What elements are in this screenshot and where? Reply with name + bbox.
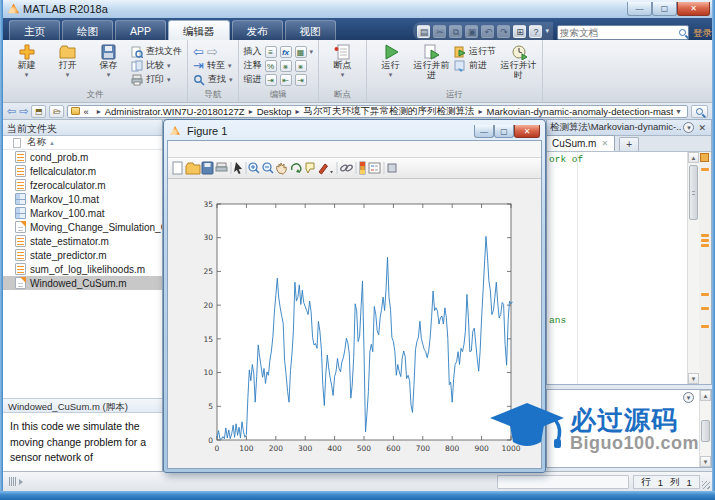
- file-row[interactable]: Moving_Change_Simulation_CuS: [3, 220, 162, 234]
- save-button[interactable]: 保存▾: [90, 43, 127, 79]
- print-button[interactable]: 打印▾: [131, 73, 182, 86]
- up-folder-icon[interactable]: ⬒: [31, 105, 46, 118]
- ribbon-tab[interactable]: 绘图: [62, 20, 113, 40]
- insert-image-icon[interactable]: ▦: [295, 46, 307, 58]
- tab-close-icon[interactable]: ✕: [601, 139, 608, 148]
- insert-function-icon[interactable]: fx: [280, 46, 292, 58]
- file-row[interactable]: fzerocalculator.m: [3, 178, 162, 192]
- run-section-button[interactable]: 运行节: [454, 45, 496, 58]
- editor-tab[interactable]: CuSum.m ✕: [546, 135, 615, 151]
- qat-caret-icon[interactable]: ▾: [545, 27, 549, 35]
- browse-folder-icon[interactable]: 🗁: [49, 105, 64, 118]
- goto-button[interactable]: ⇥ 转至▾: [193, 59, 233, 72]
- svg-text:0: 0: [215, 444, 220, 453]
- save-icon[interactable]: ▤: [417, 25, 430, 38]
- name-column-header[interactable]: 名称 ▲: [3, 136, 162, 150]
- desktop-layout-icon[interactable]: ⊞: [513, 25, 526, 38]
- file-row[interactable]: cond_prob.m: [3, 150, 162, 164]
- find-button[interactable]: 查找▾: [193, 73, 233, 86]
- ribbon-tab[interactable]: APP: [115, 20, 166, 40]
- back-arrow-icon[interactable]: ⇦: [193, 47, 204, 57]
- paste-icon[interactable]: ▣: [465, 25, 478, 38]
- indent-right-icon[interactable]: ⇥: [295, 74, 307, 86]
- open-button[interactable]: 打开▾: [49, 43, 86, 79]
- warning-marker[interactable]: [701, 244, 709, 247]
- forward-arrow-icon[interactable]: ⇨: [207, 47, 218, 57]
- ribbon-tab[interactable]: 发布: [232, 20, 283, 40]
- file-row[interactable]: Markov_100.mat: [3, 206, 162, 220]
- undo-icon[interactable]: ↶: [481, 25, 494, 38]
- search-icon[interactable]: [679, 29, 686, 36]
- indent-button[interactable]: 缩进 ⇥ ⇤ ⇥: [244, 73, 314, 86]
- comment-button[interactable]: 注释 % ⨳ ⨳: [244, 59, 314, 72]
- figure-minimize-button[interactable]: —: [474, 125, 494, 138]
- copy-icon[interactable]: ⧉: [449, 25, 462, 38]
- figure-toolbar-icons[interactable]: [171, 160, 401, 176]
- comment-icon[interactable]: %: [265, 60, 277, 72]
- find-files-button[interactable]: 查找文件: [131, 45, 182, 58]
- warning-marker[interactable]: [701, 239, 709, 242]
- file-row[interactable]: fellcalculator.m: [3, 164, 162, 178]
- figure-plot-area[interactable]: 0100200300400500600700800900100005101520…: [168, 179, 541, 468]
- cut-icon[interactable]: ✂: [433, 25, 446, 38]
- scroll-up-icon[interactable]: ▲: [688, 152, 699, 163]
- doc-search-box[interactable]: [557, 25, 689, 40]
- insert-section-icon[interactable]: ≡: [265, 46, 277, 58]
- file-row[interactable]: state_predictor.m: [3, 248, 162, 262]
- help-icon[interactable]: ?: [529, 25, 542, 38]
- breadcrumb-segment[interactable]: ▸Markovian-dynamic-anomaly-detection-mas…: [475, 105, 674, 118]
- figure-maximize-button[interactable]: ▢: [494, 125, 514, 138]
- panel-menu-icon[interactable]: ▼: [683, 122, 694, 133]
- maximize-button[interactable]: ▢: [652, 2, 677, 16]
- warning-marker[interactable]: [701, 307, 709, 310]
- warning-marker[interactable]: [701, 234, 709, 237]
- resize-grip-icon[interactable]: [702, 481, 710, 489]
- file-row[interactable]: sum_of_log_likelihoods.m: [3, 262, 162, 276]
- advance-button[interactable]: 前进: [454, 59, 496, 72]
- warning-marker[interactable]: [701, 293, 709, 296]
- warning-marker[interactable]: [701, 325, 709, 328]
- status-grip-icon[interactable]: [9, 477, 23, 486]
- panel-close-icon[interactable]: ✕: [696, 123, 708, 133]
- signin-link[interactable]: 登录: [693, 27, 712, 40]
- caret-down-icon[interactable]: ▾: [310, 48, 314, 56]
- insert-button[interactable]: 插入 ≡ fx ▦ ▾: [244, 45, 314, 58]
- ribbon-tab[interactable]: 主页: [9, 20, 60, 40]
- figure-close-button[interactable]: ✕: [514, 125, 540, 138]
- run-time-button[interactable]: 运行并计时: [500, 43, 537, 81]
- redo-icon[interactable]: ↷: [497, 25, 510, 38]
- breadcrumb-segment[interactable]: ▸Desktop: [245, 105, 292, 118]
- address-dropdown-icon[interactable]: ▼: [673, 108, 684, 115]
- run-button[interactable]: 运行▾: [372, 43, 409, 79]
- address-search-button[interactable]: [691, 105, 708, 118]
- editor-scrollbar[interactable]: ▲ ▼: [687, 152, 699, 384]
- figure-title-bar[interactable]: Figure 1 — ▢ ✕: [167, 122, 542, 140]
- uncomment-icon[interactable]: ⨳: [280, 60, 292, 72]
- new-tab-button[interactable]: +: [619, 137, 639, 151]
- analyzer-summary-icon[interactable]: [700, 153, 709, 162]
- run-advance-button[interactable]: 运行并前进: [413, 43, 450, 81]
- doc-search-input[interactable]: [560, 27, 679, 38]
- new-button[interactable]: 新建▾: [8, 43, 45, 79]
- minimize-button[interactable]: —: [627, 2, 652, 16]
- smart-indent-icon[interactable]: ⇥: [265, 74, 277, 86]
- compare-button[interactable]: 比较▾: [131, 59, 182, 72]
- warning-marker[interactable]: [701, 168, 709, 171]
- file-row[interactable]: Windowed_CuSum.m: [3, 276, 162, 290]
- breadcrumb-segment[interactable]: ▸Administrator.WIN7U-20180127Z: [93, 105, 245, 118]
- back-icon[interactable]: ⇦: [7, 105, 16, 118]
- breadcrumb[interactable]: « ▸Administrator.WIN7U-20180127Z▸Desktop…: [67, 105, 688, 118]
- scroll-down-icon[interactable]: ▼: [688, 373, 699, 384]
- scrollbar-thumb[interactable]: [689, 165, 698, 220]
- indent-left-icon[interactable]: ⇤: [280, 74, 292, 86]
- breadcrumb-segment[interactable]: ▸马尔可夫环境下异常检测的序列检测算法: [292, 105, 475, 118]
- wrap-comment-icon[interactable]: ⨳: [295, 60, 307, 72]
- file-row[interactable]: state_estimator.m: [3, 234, 162, 248]
- forward-icon[interactable]: ⇨: [19, 105, 28, 118]
- close-button[interactable]: ✕: [677, 2, 710, 16]
- file-row[interactable]: Markov_10.mat: [3, 192, 162, 206]
- editor-code-area[interactable]: ork of ans ▲ ▼: [547, 152, 711, 384]
- ribbon-tab[interactable]: 编辑器: [168, 20, 230, 40]
- ribbon-tab[interactable]: 视图: [285, 20, 336, 40]
- breakpoints-button[interactable]: 断点▾: [324, 43, 361, 79]
